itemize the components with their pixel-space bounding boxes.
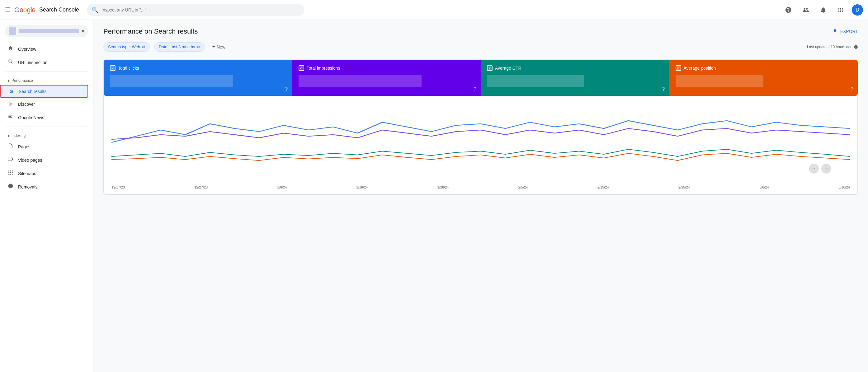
sidebar-item-discover[interactable]: ✳ Discover: [0, 98, 88, 111]
x-label-7: 2/25/24: [678, 185, 690, 189]
logo[interactable]: Google Search Console: [14, 6, 79, 14]
edit-icon-2: ✏: [197, 44, 200, 49]
info-icon: [854, 45, 858, 49]
home-icon: [7, 45, 14, 53]
discover-label: Discover: [18, 102, 35, 107]
chart-nav: → →: [809, 164, 831, 174]
metric-card-position[interactable]: ✓ Average position ?: [670, 60, 858, 96]
layout: ▾ Overview URL inspection ▾ Performance …: [0, 20, 868, 372]
chart-area: → →: [112, 102, 850, 183]
divider-2: [5, 127, 88, 127]
position-checkbox[interactable]: ✓: [676, 65, 681, 71]
help-icon[interactable]: [782, 4, 795, 16]
notifications-icon[interactable]: [817, 4, 829, 16]
app-title: Search Console: [39, 6, 79, 13]
chevron-icon-2: ▾: [7, 133, 10, 138]
x-label-1: 12/27/23: [194, 185, 208, 189]
chart-next-button[interactable]: →: [821, 164, 831, 174]
search-results-label: Search results: [19, 89, 46, 94]
search-icon: [7, 59, 14, 66]
performance-label: Performance: [11, 78, 33, 83]
discover-icon: ✳: [7, 101, 14, 108]
menu-icon[interactable]: ☰: [5, 6, 10, 14]
sidebar-item-search-results[interactable]: G Search results: [0, 85, 88, 98]
apps-icon[interactable]: [834, 4, 847, 16]
sidebar-item-removals[interactable]: Removals: [0, 180, 88, 194]
svg-rect-0: [8, 115, 13, 116]
plus-icon: +: [212, 43, 215, 50]
chart-container: → → 12/17/23 12/27/23 1/6/24 1/16/24 1/2…: [104, 96, 858, 194]
svg-rect-1: [8, 116, 11, 117]
metric-card-impressions[interactable]: ✓ Total impressions ?: [292, 60, 481, 96]
performance-panel: ✓ Total clicks ? ✓ Total impressions: [103, 59, 858, 195]
sidebar-item-video-pages[interactable]: Video pages: [0, 153, 88, 167]
search-type-filter[interactable]: Search type: Web ✏: [103, 42, 150, 52]
settings-icon[interactable]: [800, 4, 812, 16]
impressions-checkbox[interactable]: ✓: [299, 65, 304, 71]
metric-card-clicks[interactable]: ✓ Total clicks ?: [104, 60, 292, 96]
impressions-label: Total impressions: [307, 66, 340, 71]
header-actions: D: [782, 4, 863, 16]
date-label: Date: Last 3 months: [159, 44, 195, 49]
x-label-3: 1/16/24: [356, 185, 368, 189]
clicks-checkbox[interactable]: ✓: [110, 65, 116, 71]
sidebar-item-overview[interactable]: Overview: [0, 42, 88, 56]
video-pages-label: Video pages: [18, 158, 42, 163]
clicks-label: Total clicks: [118, 66, 139, 71]
x-label-8: 3/6/24: [760, 185, 769, 189]
svg-rect-2: [8, 117, 12, 118]
removals-label: Removals: [18, 184, 37, 190]
google-news-label: Google News: [18, 115, 44, 120]
chevron-icon: ▾: [7, 78, 10, 83]
page-header: Performance on Search results EXPORT: [103, 27, 858, 35]
pages-label: Pages: [18, 144, 31, 149]
check-icon-2: ✓: [300, 66, 303, 70]
property-name: [19, 29, 79, 33]
edit-icon: ✏: [142, 44, 146, 49]
export-icon: [832, 29, 838, 34]
sitemaps-icon: [7, 170, 14, 177]
help-icon-impressions: ?: [473, 87, 476, 92]
help-icon-clicks: ?: [285, 87, 288, 92]
news-icon: [7, 114, 14, 121]
search-icon: 🔍: [92, 6, 98, 13]
new-filter-button[interactable]: + New: [209, 42, 228, 52]
ctr-label: Average CTR: [495, 66, 522, 71]
performance-section-label[interactable]: ▾ Performance: [0, 74, 93, 85]
ctr-checkbox[interactable]: ✓: [487, 65, 493, 71]
position-label: Average position: [684, 66, 716, 71]
video-pages-icon: [7, 157, 14, 164]
x-label-4: 1/26/24: [437, 185, 449, 189]
google-g-icon: G: [8, 89, 14, 94]
indexing-section-label[interactable]: ▾ Indexing: [0, 129, 93, 140]
main-content: Performance on Search results EXPORT Sea…: [93, 20, 868, 372]
sidebar-item-google-news[interactable]: Google News: [0, 111, 88, 124]
chart-svg: [112, 102, 850, 183]
sitemaps-label: Sitemaps: [18, 171, 36, 176]
search-input[interactable]: [101, 7, 300, 12]
url-inspection-label: URL inspection: [18, 60, 47, 65]
page-title: Performance on Search results: [103, 27, 198, 35]
sidebar-item-pages[interactable]: Pages: [0, 140, 88, 153]
avatar[interactable]: D: [852, 4, 863, 15]
chart-x-labels: 12/17/23 12/27/23 1/6/24 1/16/24 1/26/24…: [112, 183, 850, 189]
help-icon-position: ?: [850, 87, 854, 92]
chart-prev-button[interactable]: →: [809, 164, 819, 174]
last-updated-text: Last updated: 10 hours ago: [807, 45, 852, 49]
overview-label: Overview: [18, 47, 36, 52]
check-icon-4: ✓: [677, 66, 680, 70]
indexing-label: Indexing: [11, 133, 26, 138]
property-selector[interactable]: ▾: [5, 25, 88, 37]
x-label-2: 1/6/24: [277, 185, 287, 189]
check-icon: ✓: [111, 66, 114, 70]
sidebar-item-sitemaps[interactable]: Sitemaps: [0, 167, 88, 180]
metric-cards: ✓ Total clicks ? ✓ Total impressions: [104, 60, 858, 96]
date-filter[interactable]: Date: Last 3 months ✏: [154, 42, 205, 52]
new-filter-label: New: [217, 44, 225, 49]
export-button[interactable]: EXPORT: [832, 29, 858, 34]
help-icon-ctr: ?: [662, 87, 665, 92]
metric-card-ctr[interactable]: ✓ Average CTR ?: [481, 60, 670, 96]
sidebar-item-url-inspection[interactable]: URL inspection: [0, 56, 88, 69]
removals-icon: [7, 183, 14, 190]
url-inspect-search[interactable]: 🔍: [87, 4, 305, 16]
